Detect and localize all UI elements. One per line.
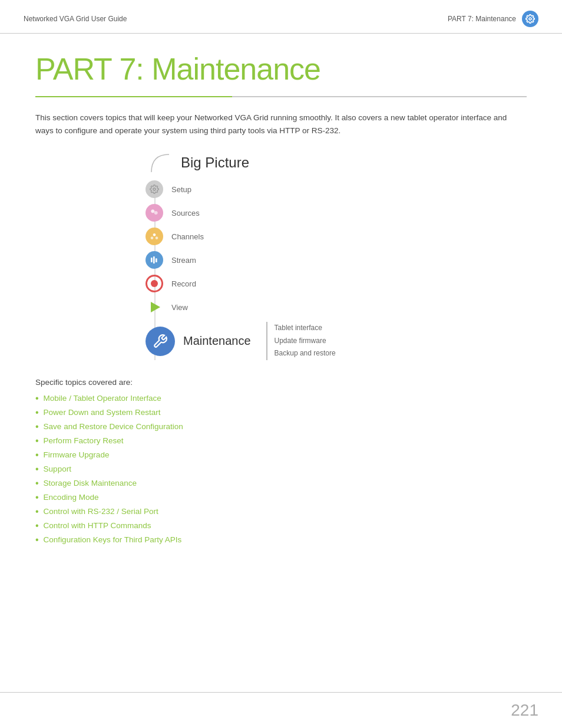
topic-link-11[interactable]: Configuration Keys for Third Party APIs	[44, 535, 182, 544]
main-content: PART 7: Maintenance This section covers …	[0, 34, 562, 585]
maintenance-descriptions: Tablet interface Update firmware Backup …	[266, 322, 336, 360]
diagram-item-stream: Stream	[146, 251, 428, 269]
view-label: View	[171, 303, 188, 312]
list-item: Mobile / Tablet Operator Interface	[35, 394, 527, 403]
list-item: Encoding Mode	[35, 493, 527, 502]
channels-icon	[146, 228, 163, 245]
diagram-item-sources: Sources	[146, 204, 428, 222]
stream-icon	[146, 251, 163, 269]
page-footer: 221	[0, 692, 562, 728]
diagram-item-view: View	[146, 298, 428, 316]
curve-connector	[140, 149, 175, 178]
list-item: Perform Factory Reset	[35, 436, 527, 446]
record-label: Record	[171, 279, 196, 288]
big-picture-title: Big Picture	[181, 154, 249, 171]
title-underline	[35, 96, 527, 97]
channels-label: Channels	[171, 232, 204, 241]
list-item: Control with RS-232 / Serial Port	[35, 507, 527, 516]
diagram-item-maintenance: Maintenance Tablet interface Update firm…	[146, 322, 428, 360]
list-item: Firmware Upgrade	[35, 450, 527, 460]
setup-icon	[146, 180, 163, 198]
diagram-item-record: Record	[146, 275, 428, 292]
title-prefix: PART 7:	[35, 52, 151, 86]
svg-point-4	[153, 234, 156, 236]
topic-link-4[interactable]: Perform Factory Reset	[44, 436, 124, 445]
diagram-item-channels: Channels	[146, 228, 428, 245]
stream-label: Stream	[171, 256, 196, 265]
svg-point-6	[156, 237, 158, 239]
list-item: Power Down and System Restart	[35, 408, 527, 417]
svg-rect-7	[151, 258, 153, 262]
topic-link-7[interactable]: Storage Disk Maintenance	[44, 479, 137, 487]
topics-list: Mobile / Tablet Operator Interface Power…	[35, 394, 527, 545]
diagram-inner: Big Picture Setup	[134, 154, 428, 360]
list-item: Control with HTTP Commands	[35, 521, 527, 531]
topic-link-6[interactable]: Support	[44, 465, 71, 473]
header-left-text: Networked VGA Grid User Guide	[24, 15, 127, 23]
maintenance-desc-2: Update firmware	[275, 335, 336, 348]
topic-link-10[interactable]: Control with HTTP Commands	[44, 521, 151, 530]
topic-link-9[interactable]: Control with RS-232 / Serial Port	[44, 507, 158, 516]
topic-link-5[interactable]: Firmware Upgrade	[44, 450, 110, 459]
maintenance-desc-1: Tablet interface	[275, 322, 336, 335]
svg-rect-9	[156, 259, 157, 263]
svg-point-1	[153, 188, 156, 190]
topics-header: Specific topics covered are:	[35, 378, 527, 387]
view-icon	[146, 298, 163, 316]
list-item: Storage Disk Maintenance	[35, 479, 527, 488]
svg-point-2	[151, 210, 154, 213]
intro-paragraph: This section covers topics that will kee…	[35, 111, 518, 137]
maintenance-label: Maintenance	[183, 334, 251, 348]
record-icon	[146, 275, 163, 292]
svg-point-3	[154, 212, 157, 215]
maintenance-desc-3: Backup and restore	[275, 347, 336, 360]
topic-link-2[interactable]: Power Down and System Restart	[44, 408, 161, 417]
page-title: PART 7: Maintenance	[35, 51, 527, 87]
header-right-text: PART 7: Maintenance	[448, 15, 516, 23]
topic-link-8[interactable]: Encoding Mode	[44, 493, 99, 502]
list-item: Configuration Keys for Third Party APIs	[35, 535, 527, 545]
title-suffix: Maintenance	[151, 52, 320, 86]
maintenance-icon	[146, 327, 175, 356]
diagram-item-setup: Setup	[146, 180, 428, 198]
sources-icon	[146, 204, 163, 222]
svg-point-0	[529, 18, 531, 20]
diagram-items-container: Setup Sources	[134, 180, 428, 360]
page-header: Networked VGA Grid User Guide PART 7: Ma…	[0, 0, 562, 34]
list-item: Support	[35, 465, 527, 474]
page-number: 221	[511, 701, 538, 720]
topic-link-1[interactable]: Mobile / Tablet Operator Interface	[44, 394, 161, 403]
svg-rect-8	[153, 256, 155, 263]
setup-label: Setup	[171, 185, 191, 194]
topic-link-3[interactable]: Save and Restore Device Configuration	[44, 422, 183, 431]
list-item: Save and Restore Device Configuration	[35, 422, 527, 431]
header-icon	[522, 11, 538, 27]
big-picture-diagram: Big Picture Setup	[35, 154, 527, 360]
svg-point-5	[151, 237, 153, 239]
sources-label: Sources	[171, 209, 200, 218]
